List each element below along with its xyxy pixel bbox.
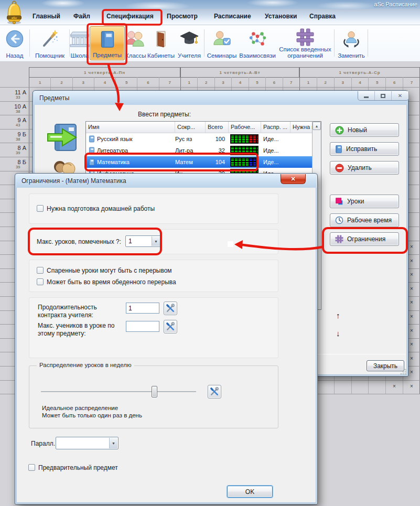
asc-timetables-app: aSc Расписание aSc ГлавныйФайлСпецификац…: [0, 0, 420, 506]
forbidden-mark: ×: [410, 383, 413, 389]
enter-subjects-icon: [47, 123, 80, 156]
distribution-slider-thumb[interactable]: [152, 386, 157, 397]
lunch-break-checkbox-label: Может быть во время обеденного перерыва: [47, 278, 176, 286]
close-dialog-button[interactable]: Закрыть: [367, 360, 404, 371]
subject-row[interactable]: ЛитератураЛит-ра32Иде...: [86, 145, 321, 156]
toolbar-button-label: Заменить: [336, 52, 367, 59]
forbidden-mark: ×: [410, 356, 413, 361]
toolbar-button-classes[interactable]: Классы: [125, 26, 145, 60]
preliminary-checkbox-label: Предварительный предмет: [38, 464, 118, 471]
homework-checkbox[interactable]: [37, 205, 44, 212]
menu-item-7[interactable]: Справка: [309, 13, 336, 20]
maximize-icon[interactable]: [375, 91, 392, 100]
toolbar-button-teachers[interactable]: Учителя: [177, 26, 202, 60]
lunch-break-checkbox[interactable]: [37, 278, 44, 285]
grid-column-number: 4: [231, 77, 248, 87]
constraints-dialog: Ограничения - (Матем) Математика ✕ Нужна…: [15, 173, 318, 504]
subjects-column-header[interactable]: Рабоче...: [229, 122, 261, 133]
menu-item-4[interactable]: Просмотр: [167, 13, 198, 20]
teachers-icon: [179, 28, 199, 49]
contract-label: Продолжительность контракта учителя:: [38, 304, 121, 319]
forbidden-mark: ×: [410, 299, 413, 305]
clock-icon: [335, 216, 343, 224]
delete-button[interactable]: Удалить: [330, 161, 399, 175]
constraints-button[interactable]: Ограничения: [330, 232, 399, 246]
chevron-down-icon[interactable]: ▼: [109, 438, 117, 448]
distribution-tools-button[interactable]: [208, 385, 221, 399]
move-down-button[interactable]: ↓: [336, 329, 340, 338]
menu-item-5[interactable]: Расписание: [214, 13, 251, 20]
worktime-button[interactable]: Рабочее время: [330, 213, 399, 227]
max-marked-value: 1: [128, 238, 132, 245]
toolbar-button-rooms[interactable]: Кабинеты: [146, 26, 176, 60]
subjects-column-header[interactable]: Распр. ...: [261, 122, 290, 133]
book-icon: [89, 147, 95, 154]
toolbar-button-constraints-list[interactable]: Список введенных ограничений: [277, 26, 333, 60]
preliminary-checkbox[interactable]: [28, 464, 35, 471]
max-marked-select[interactable]: 1 ▼: [125, 235, 161, 247]
toolbar-button-label: Учителя: [177, 52, 202, 59]
menu-item-1[interactable]: Главный: [33, 13, 60, 20]
new-button[interactable]: Новый: [330, 123, 399, 137]
back-icon: [6, 28, 24, 49]
classes-icon: [125, 28, 145, 49]
contract-input[interactable]: [126, 303, 159, 314]
toolbar-button-label: Предметы: [90, 52, 124, 58]
subjects-column-header[interactable]: Всего: [206, 122, 229, 133]
toolbar-button-seminars[interactable]: Семинары: [206, 26, 238, 60]
toolbar-button-relations[interactable]: Взаимосвязи: [238, 26, 277, 60]
subject-abbr: Лит-ра: [175, 147, 206, 154]
grid-class-count: 38: [16, 109, 20, 114]
worktime-bar-overlay: [250, 135, 257, 143]
subjects-column-header[interactable]: Имя: [86, 122, 175, 133]
move-up-button[interactable]: ↑: [336, 311, 340, 320]
toolbar-button-school[interactable]: Школа: [70, 26, 89, 60]
contract-tools-button[interactable]: [164, 302, 177, 315]
lessons-button[interactable]: Уроки: [330, 195, 399, 208]
constraints-dialog-titlebar[interactable]: Ограничения - (Матем) Математика: [16, 174, 317, 188]
resize-grip[interactable]: [400, 369, 406, 375]
lessons-button-label: Уроки: [347, 198, 364, 205]
worktime-bar: [230, 146, 259, 155]
menu-item-2[interactable]: Файл: [73, 13, 90, 20]
toolbar-button-back[interactable]: Назад: [2, 26, 27, 60]
close-icon[interactable]: ✕: [281, 174, 306, 184]
subject-row-selected[interactable]: МатематикаМатем104Иде...: [86, 156, 321, 168]
subjects-column-header[interactable]: Нужна п: [290, 122, 313, 133]
minimize-icon[interactable]: [358, 91, 375, 100]
distribution-caption-line2: Может быть только один раз в день: [42, 412, 142, 418]
menu-item-3[interactable]: Спецификация: [106, 13, 154, 20]
toolbar-button-subjects[interactable]: Предметы: [90, 26, 125, 60]
book-icon: [89, 135, 95, 143]
grid-column-number: 2: [50, 77, 72, 87]
edit-button-label: Исправить: [346, 145, 377, 153]
scroll-up-arrow-icon[interactable]: ▲: [313, 122, 321, 130]
edit-button[interactable]: Исправить: [330, 142, 399, 156]
distribution-slider-track[interactable]: [41, 391, 196, 392]
ok-button[interactable]: OK: [227, 486, 273, 498]
grid-column-number: 6: [137, 77, 158, 87]
subjects-column-header[interactable]: Сокр...: [175, 122, 206, 133]
toolbar-separator: [368, 29, 368, 57]
max-students-label: Макс. учеников в уроке по этому предмету…: [38, 322, 131, 338]
subjects-table-header[interactable]: ИмяСокр...ВсегоРабоче...Распр. ...Нужна …: [86, 122, 321, 133]
forbidden-mark: ×: [410, 341, 413, 347]
close-icon[interactable]: ✕: [392, 91, 408, 100]
double-lessons-checkbox[interactable]: [37, 267, 44, 274]
constraints-button-label: Ограничения: [347, 235, 385, 243]
grid-column-number: 6: [385, 77, 403, 87]
worktime-bar-overlay: [250, 158, 257, 166]
chevron-down-icon[interactable]: ▼: [152, 236, 160, 246]
toolbar-button-substitute[interactable]: Заменить: [336, 26, 367, 60]
main-titlebar: aSc Расписание: [0, 0, 420, 9]
subject-row[interactable]: Русский языкРус яз100Иде...: [86, 133, 321, 145]
menu-item-6[interactable]: Установки: [265, 13, 297, 20]
subjects-dialog-title: Предметы: [39, 94, 69, 102]
toolbar-button-wizard[interactable]: Помощник: [31, 26, 68, 60]
max-students-input[interactable]: [126, 321, 159, 332]
parallel-select[interactable]: ▼: [56, 437, 119, 449]
max-marked-label: Макс. уроков, помеченных ?:: [37, 238, 121, 245]
subjects-dialog-titlebar[interactable]: Предметы: [34, 91, 407, 105]
max-students-tools-button[interactable]: [164, 320, 177, 333]
worktime-bar: [230, 157, 259, 167]
